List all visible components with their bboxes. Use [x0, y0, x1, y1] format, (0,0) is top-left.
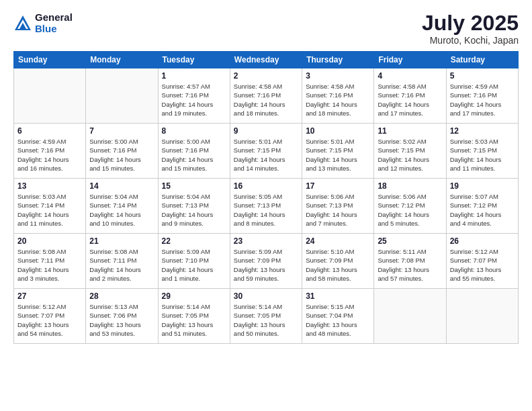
calendar-cell: 18Sunrise: 5:06 AMSunset: 7:12 PMDayligh…: [374, 179, 446, 234]
calendar-header-tuesday: Tuesday: [158, 52, 230, 68]
day-number: 24: [306, 236, 370, 246]
day-info: Sunrise: 5:15 AMSunset: 7:04 PMDaylight:…: [306, 302, 370, 338]
day-info: Sunrise: 5:04 AMSunset: 7:13 PMDaylight:…: [162, 192, 226, 228]
calendar-cell: 28Sunrise: 5:13 AMSunset: 7:06 PMDayligh…: [86, 289, 158, 344]
calendar-week-row: 20Sunrise: 5:08 AMSunset: 7:11 PMDayligh…: [14, 234, 519, 289]
calendar-header-friday: Friday: [374, 52, 446, 68]
calendar-cell: 29Sunrise: 5:14 AMSunset: 7:05 PMDayligh…: [158, 289, 230, 344]
day-number: 1: [162, 71, 226, 81]
calendar-cell: 10Sunrise: 5:01 AMSunset: 7:15 PMDayligh…: [302, 124, 374, 179]
calendar-cell: 24Sunrise: 5:10 AMSunset: 7:09 PMDayligh…: [302, 234, 374, 289]
location: Muroto, Kochi, Japan: [422, 35, 519, 46]
day-number: 16: [234, 181, 298, 191]
logo-icon: [13, 14, 32, 33]
day-number: 19: [450, 181, 515, 191]
day-number: 23: [234, 236, 298, 246]
day-info: Sunrise: 5:08 AMSunset: 7:11 PMDaylight:…: [17, 247, 82, 283]
calendar-cell: 27Sunrise: 5:12 AMSunset: 7:07 PMDayligh…: [14, 289, 86, 344]
day-info: Sunrise: 5:11 AMSunset: 7:08 PMDaylight:…: [378, 247, 442, 283]
day-number: 22: [162, 236, 226, 246]
calendar-cell: [446, 289, 518, 344]
day-info: Sunrise: 5:09 AMSunset: 7:10 PMDaylight:…: [162, 247, 226, 283]
day-info: Sunrise: 5:00 AMSunset: 7:16 PMDaylight:…: [89, 137, 154, 173]
day-info: Sunrise: 5:04 AMSunset: 7:14 PMDaylight:…: [89, 192, 154, 228]
calendar-cell: 7Sunrise: 5:00 AMSunset: 7:16 PMDaylight…: [86, 124, 158, 179]
title-block: July 2025 Muroto, Kochi, Japan: [422, 12, 519, 46]
calendar-cell: 31Sunrise: 5:15 AMSunset: 7:04 PMDayligh…: [302, 289, 374, 344]
day-info: Sunrise: 4:58 AMSunset: 7:16 PMDaylight:…: [306, 82, 370, 118]
calendar-header-row: SundayMondayTuesdayWednesdayThursdayFrid…: [14, 52, 519, 68]
day-info: Sunrise: 5:06 AMSunset: 7:13 PMDaylight:…: [306, 192, 370, 228]
day-info: Sunrise: 5:13 AMSunset: 7:06 PMDaylight:…: [89, 302, 154, 338]
calendar-cell: 1Sunrise: 4:57 AMSunset: 7:16 PMDaylight…: [158, 68, 230, 124]
day-number: 18: [378, 181, 442, 191]
day-number: 20: [17, 236, 82, 246]
day-number: 7: [89, 126, 154, 136]
calendar-cell: 14Sunrise: 5:04 AMSunset: 7:14 PMDayligh…: [86, 179, 158, 234]
day-number: 3: [306, 71, 370, 81]
day-number: 5: [450, 71, 515, 81]
calendar-cell: 25Sunrise: 5:11 AMSunset: 7:08 PMDayligh…: [374, 234, 446, 289]
day-number: 26: [450, 236, 515, 246]
day-number: 17: [306, 181, 370, 191]
day-info: Sunrise: 5:03 AMSunset: 7:15 PMDaylight:…: [450, 137, 515, 173]
calendar-cell: [374, 289, 446, 344]
day-number: 28: [89, 291, 154, 301]
day-info: Sunrise: 5:00 AMSunset: 7:16 PMDaylight:…: [162, 137, 226, 173]
day-number: 25: [378, 236, 442, 246]
calendar-week-row: 1Sunrise: 4:57 AMSunset: 7:16 PMDaylight…: [14, 68, 519, 124]
day-info: Sunrise: 5:09 AMSunset: 7:09 PMDaylight:…: [234, 247, 298, 283]
calendar-cell: 13Sunrise: 5:03 AMSunset: 7:14 PMDayligh…: [14, 179, 86, 234]
calendar-header-wednesday: Wednesday: [230, 52, 302, 68]
calendar-cell: 8Sunrise: 5:00 AMSunset: 7:16 PMDaylight…: [158, 124, 230, 179]
calendar-header-sunday: Sunday: [14, 52, 86, 68]
calendar-cell: 20Sunrise: 5:08 AMSunset: 7:11 PMDayligh…: [14, 234, 86, 289]
calendar-cell: 30Sunrise: 5:14 AMSunset: 7:05 PMDayligh…: [230, 289, 302, 344]
day-info: Sunrise: 5:06 AMSunset: 7:12 PMDaylight:…: [378, 192, 442, 228]
day-number: 27: [17, 291, 82, 301]
day-number: 30: [234, 291, 298, 301]
calendar-header-monday: Monday: [86, 52, 158, 68]
calendar-cell: 12Sunrise: 5:03 AMSunset: 7:15 PMDayligh…: [446, 124, 518, 179]
day-number: 14: [89, 181, 154, 191]
logo-general-label: General: [35, 12, 73, 24]
day-info: Sunrise: 4:59 AMSunset: 7:16 PMDaylight:…: [450, 82, 515, 118]
day-number: 21: [89, 236, 154, 246]
calendar-cell: 19Sunrise: 5:07 AMSunset: 7:12 PMDayligh…: [446, 179, 518, 234]
day-number: 6: [17, 126, 82, 136]
day-info: Sunrise: 5:01 AMSunset: 7:15 PMDaylight:…: [234, 137, 298, 173]
header: General Blue July 2025 Muroto, Kochi, Ja…: [13, 12, 519, 46]
logo-text: General Blue: [35, 12, 73, 34]
day-number: 15: [162, 181, 226, 191]
calendar-cell: 2Sunrise: 4:58 AMSunset: 7:16 PMDaylight…: [230, 68, 302, 124]
calendar-cell: 16Sunrise: 5:05 AMSunset: 7:13 PMDayligh…: [230, 179, 302, 234]
calendar-cell: [14, 68, 86, 124]
day-info: Sunrise: 5:05 AMSunset: 7:13 PMDaylight:…: [234, 192, 298, 228]
calendar-cell: 5Sunrise: 4:59 AMSunset: 7:16 PMDaylight…: [446, 68, 518, 124]
calendar-cell: [86, 68, 158, 124]
day-info: Sunrise: 5:14 AMSunset: 7:05 PMDaylight:…: [162, 302, 226, 338]
day-info: Sunrise: 5:02 AMSunset: 7:15 PMDaylight:…: [378, 137, 442, 173]
calendar-week-row: 27Sunrise: 5:12 AMSunset: 7:07 PMDayligh…: [14, 289, 519, 344]
calendar-week-row: 13Sunrise: 5:03 AMSunset: 7:14 PMDayligh…: [14, 179, 519, 234]
day-info: Sunrise: 5:10 AMSunset: 7:09 PMDaylight:…: [306, 247, 370, 283]
day-number: 4: [378, 71, 442, 81]
day-number: 11: [378, 126, 442, 136]
day-number: 12: [450, 126, 515, 136]
day-number: 31: [306, 291, 370, 301]
day-info: Sunrise: 5:12 AMSunset: 7:07 PMDaylight:…: [450, 247, 515, 283]
page: General Blue July 2025 Muroto, Kochi, Ja…: [0, 0, 532, 411]
day-info: Sunrise: 5:12 AMSunset: 7:07 PMDaylight:…: [17, 302, 82, 338]
calendar-cell: 3Sunrise: 4:58 AMSunset: 7:16 PMDaylight…: [302, 68, 374, 124]
day-info: Sunrise: 4:57 AMSunset: 7:16 PMDaylight:…: [162, 82, 226, 118]
day-number: 13: [17, 181, 82, 191]
day-info: Sunrise: 4:58 AMSunset: 7:16 PMDaylight:…: [234, 82, 298, 118]
day-info: Sunrise: 5:01 AMSunset: 7:15 PMDaylight:…: [306, 137, 370, 173]
day-info: Sunrise: 4:58 AMSunset: 7:16 PMDaylight:…: [378, 82, 442, 118]
calendar-cell: 26Sunrise: 5:12 AMSunset: 7:07 PMDayligh…: [446, 234, 518, 289]
calendar-header-saturday: Saturday: [446, 52, 518, 68]
calendar-cell: 11Sunrise: 5:02 AMSunset: 7:15 PMDayligh…: [374, 124, 446, 179]
logo-blue-label: Blue: [35, 24, 73, 35]
day-number: 9: [234, 126, 298, 136]
day-number: 29: [162, 291, 226, 301]
